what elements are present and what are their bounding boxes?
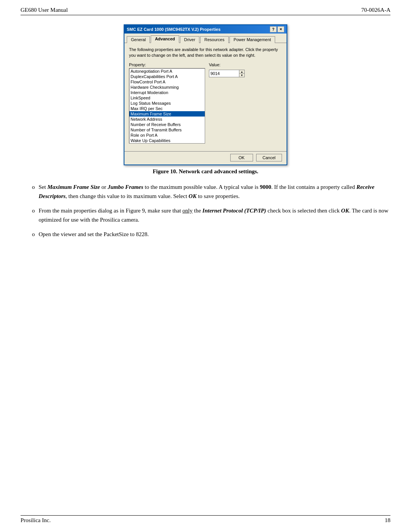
header-title: GE680 User Manual (21, 7, 68, 13)
footer-page-number: 18 (385, 517, 390, 524)
value-spinner: ▲ ▼ (239, 70, 245, 77)
bullet-list: o Set Maximum Frame Size or Jumbo Frames… (21, 182, 390, 244)
value-input[interactable] (209, 70, 239, 77)
ok-button[interactable]: OK (230, 154, 253, 161)
dialog-title: SMC EZ Card 1000 (SMC9452TX V.2) Propert… (127, 27, 221, 32)
help-button[interactable]: ? (270, 26, 277, 32)
value-header-label: Value: (209, 62, 245, 67)
list-item[interactable]: FlowControl Port A (129, 79, 205, 85)
list-item[interactable]: Hardware Checksumming (129, 85, 205, 90)
list-item[interactable]: Number of Transmit Buffers (129, 127, 205, 133)
win-body: The following properties are available f… (124, 43, 287, 151)
bullet-content-1: Set Maximum Frame Size or Jumbo Frames t… (39, 182, 391, 201)
list-item[interactable]: LinkSpeed (129, 95, 205, 101)
bullet-item-2: o From the main properties dialog as in … (21, 206, 390, 224)
win-titlebar: SMC EZ Card 1000 (SMC9452TX V.2) Propert… (124, 25, 287, 34)
win-description: The following properties are available f… (129, 47, 282, 59)
tab-resources[interactable]: Resources (200, 36, 229, 43)
win-titlebar-buttons: ? ✕ (270, 26, 284, 32)
bullet-item-3: o Open the viewer and set the PacketSize… (21, 230, 390, 239)
list-item[interactable]: Network Address (129, 117, 205, 122)
bullet-content-2: From the main properties dialog as in Fi… (39, 206, 391, 224)
list-item[interactable]: Maximum Frame Size (129, 111, 205, 117)
tab-general[interactable]: General (127, 36, 150, 43)
list-item[interactable]: Autonegotiation Port A (129, 69, 205, 74)
tab-driver[interactable]: Driver (180, 36, 199, 43)
tab-power-management[interactable]: Power Management (229, 36, 275, 43)
main-content: SMC EZ Card 1000 (SMC9452TX V.2) Propert… (21, 21, 390, 515)
figure-caption: Figure 10. Network card advanced setting… (153, 168, 258, 175)
list-item[interactable]: Role on Port A (129, 133, 205, 138)
header-doc-number: 70-0026A-A (361, 7, 390, 13)
property-listbox[interactable]: Autonegotiation Port ADuplexCapabilities… (129, 68, 205, 144)
win-property-column: Property: Autonegotiation Port ADuplexCa… (129, 62, 205, 144)
cancel-button[interactable]: Cancel (256, 154, 282, 161)
tab-advanced[interactable]: Advanced (151, 35, 179, 43)
value-input-container: ▲ ▼ (209, 70, 245, 77)
list-item[interactable]: Log Status Messages (129, 101, 205, 106)
page-container: GE680 User Manual 70-0026A-A SMC EZ Card… (0, 0, 411, 532)
spinner-up-button[interactable]: ▲ (239, 70, 244, 74)
bullet-marker-1: o (32, 182, 35, 192)
bullet-content-3: Open the viewer and set the PacketSize t… (39, 230, 391, 239)
win-tabs: General Advanced Driver Resources Power … (124, 34, 287, 43)
win-value-column: Value: ▲ ▼ (209, 62, 245, 144)
list-item[interactable]: Wake Up Capabilities (129, 138, 205, 143)
bullet-item-1: o Set Maximum Frame Size or Jumbo Frames… (21, 182, 390, 201)
list-item[interactable]: Max IRQ per Sec (129, 106, 205, 111)
list-item[interactable]: Interrupt Moderation (129, 90, 205, 95)
win-titlebar-title: SMC EZ Card 1000 (SMC9452TX V.2) Propert… (127, 27, 221, 32)
list-item[interactable]: DuplexCapabilities Port A (129, 74, 205, 79)
page-footer: Prosilica Inc. 18 (21, 515, 390, 525)
page-header: GE680 User Manual 70-0026A-A (21, 7, 390, 15)
win-buttons: OK Cancel (124, 151, 287, 165)
footer-company: Prosilica Inc. (21, 517, 51, 524)
bullet-marker-3: o (32, 230, 35, 239)
bullet-marker-2: o (32, 206, 35, 215)
screenshot-container: SMC EZ Card 1000 (SMC9452TX V.2) Propert… (124, 24, 287, 165)
win-dialog: SMC EZ Card 1000 (SMC9452TX V.2) Propert… (124, 24, 287, 165)
close-button[interactable]: ✕ (277, 26, 284, 32)
list-item[interactable]: Number of Receive Buffers (129, 122, 205, 127)
spinner-down-button[interactable]: ▼ (239, 73, 244, 77)
property-header-label: Property: (129, 62, 205, 67)
win-properties-area: Property: Autonegotiation Port ADuplexCa… (129, 62, 282, 144)
